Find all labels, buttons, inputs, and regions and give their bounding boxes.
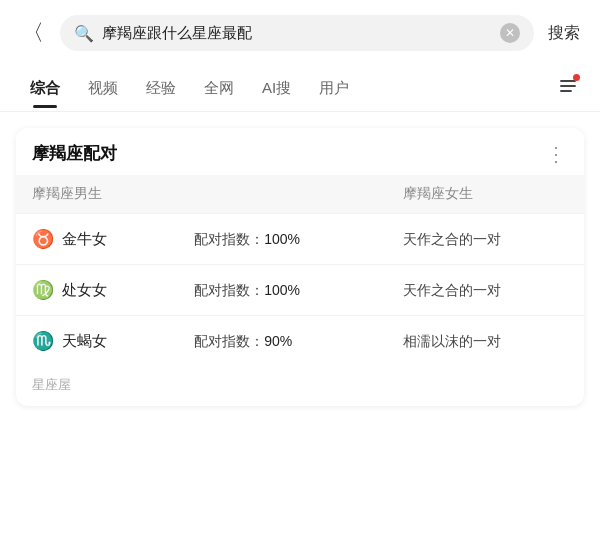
- clear-search-button[interactable]: ✕: [500, 23, 520, 43]
- tabs-bar: 综合 视频 经验 全网 AI搜 用户: [0, 66, 600, 112]
- sign-symbol-2: ♏: [32, 330, 54, 352]
- match-desc-2: 相濡以沫的一对: [403, 333, 501, 349]
- tab-经验[interactable]: 经验: [132, 69, 190, 108]
- filter-button[interactable]: [552, 66, 584, 111]
- col-female-header: 摩羯座女生: [387, 175, 584, 214]
- search-button[interactable]: 搜索: [544, 19, 584, 48]
- score-cell-1: 配对指数：100%: [178, 265, 387, 316]
- sign-symbol-1: ♍: [32, 279, 54, 301]
- desc-cell-1: 天作之合的一对: [387, 265, 584, 316]
- back-button[interactable]: 〈: [16, 14, 50, 52]
- tab-综合[interactable]: 综合: [16, 69, 74, 108]
- filter-notification-dot: [573, 74, 580, 81]
- table-row: ♍ 处女女 配对指数：100%天作之合的一对: [16, 265, 584, 316]
- header: 〈 🔍 摩羯座跟什么星座最配 ✕ 搜索: [0, 0, 600, 66]
- match-score-2: 配对指数：90%: [194, 333, 292, 349]
- col-male-header: 摩羯座男生: [16, 175, 387, 214]
- card-header: 摩羯座配对 ⋮: [16, 128, 584, 175]
- table-header-row: 摩羯座男生 摩羯座女生: [16, 175, 584, 214]
- sign-cell-1: ♍ 处女女: [16, 265, 178, 316]
- match-table: 摩羯座男生 摩羯座女生 ♉ 金牛女 配对指数：100%天作之合的一对 ♍ 处女女…: [16, 175, 584, 366]
- desc-cell-0: 天作之合的一对: [387, 214, 584, 265]
- card-more-button[interactable]: ⋮: [546, 144, 568, 164]
- sign-cell-2: ♏ 天蝎女: [16, 316, 178, 367]
- sign-name-2: 天蝎女: [62, 332, 107, 351]
- sign-name-0: 金牛女: [62, 230, 107, 249]
- sign-symbol-0: ♉: [32, 228, 54, 250]
- match-desc-0: 天作之合的一对: [403, 231, 501, 247]
- search-icon: 🔍: [74, 24, 94, 43]
- card-title: 摩羯座配对: [32, 142, 117, 165]
- search-query-text: 摩羯座跟什么星座最配: [102, 24, 492, 43]
- score-cell-2: 配对指数：90%: [178, 316, 387, 367]
- table-row: ♏ 天蝎女 配对指数：90%相濡以沫的一对: [16, 316, 584, 367]
- search-bar: 🔍 摩羯座跟什么星座最配 ✕: [60, 15, 534, 51]
- tab-AI搜[interactable]: AI搜: [248, 69, 305, 108]
- card-source: 星座屋: [16, 366, 584, 406]
- match-desc-1: 天作之合的一对: [403, 282, 501, 298]
- tab-视频[interactable]: 视频: [74, 69, 132, 108]
- main-content: 摩羯座配对 ⋮ 摩羯座男生 摩羯座女生 ♉ 金牛女 配对指数：100%天作之合的…: [0, 128, 600, 406]
- match-score-0: 配对指数：100%: [194, 231, 300, 247]
- table-row: ♉ 金牛女 配对指数：100%天作之合的一对: [16, 214, 584, 265]
- sign-cell-0: ♉ 金牛女: [16, 214, 178, 265]
- desc-cell-2: 相濡以沫的一对: [387, 316, 584, 367]
- match-score-1: 配对指数：100%: [194, 282, 300, 298]
- sign-name-1: 处女女: [62, 281, 107, 300]
- score-cell-0: 配对指数：100%: [178, 214, 387, 265]
- tab-用户[interactable]: 用户: [305, 69, 363, 108]
- clear-icon: ✕: [505, 26, 515, 40]
- filter-icon: [558, 80, 578, 100]
- match-card: 摩羯座配对 ⋮ 摩羯座男生 摩羯座女生 ♉ 金牛女 配对指数：100%天作之合的…: [16, 128, 584, 406]
- tab-全网[interactable]: 全网: [190, 69, 248, 108]
